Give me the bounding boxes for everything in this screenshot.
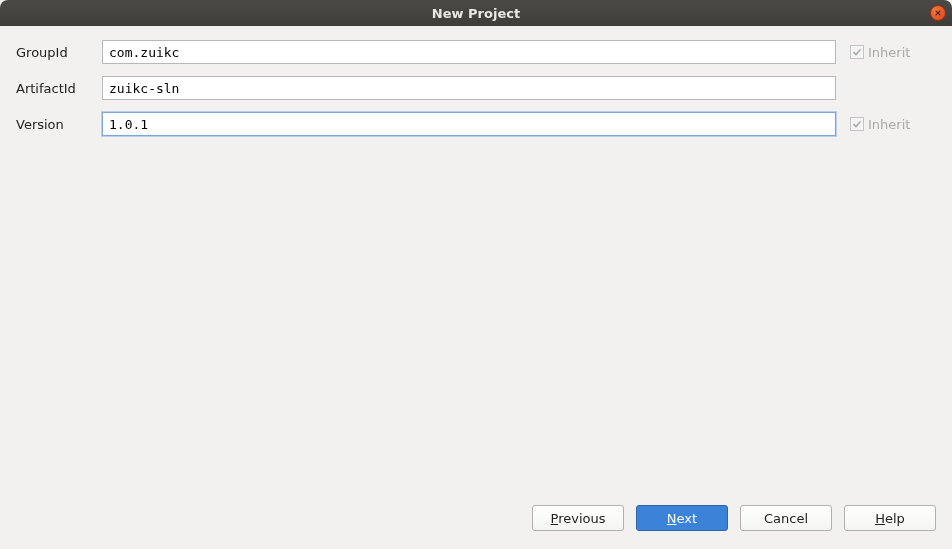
- checkmark-icon: [852, 119, 862, 129]
- titlebar: New Project: [0, 0, 952, 26]
- row-groupid: GroupId Inherit: [16, 40, 936, 64]
- window-title: New Project: [432, 6, 520, 21]
- inherit-version-label: Inherit: [868, 117, 910, 132]
- help-button[interactable]: Help: [844, 505, 936, 531]
- inherit-version: Inherit: [850, 117, 936, 132]
- input-artifactid[interactable]: [102, 76, 836, 100]
- close-button[interactable]: [930, 5, 946, 21]
- inherit-version-checkbox[interactable]: [850, 117, 864, 131]
- button-bar: Previous Next Cancel Help: [16, 499, 936, 539]
- inherit-groupid-checkbox[interactable]: [850, 45, 864, 59]
- cancel-button[interactable]: Cancel: [740, 505, 832, 531]
- label-version: Version: [16, 117, 102, 132]
- form-area: GroupId Inherit ArtifactId Version Inher…: [16, 40, 936, 499]
- label-artifactid: ArtifactId: [16, 81, 102, 96]
- row-artifactid: ArtifactId: [16, 76, 936, 100]
- next-button[interactable]: Next: [636, 505, 728, 531]
- previous-button[interactable]: Previous: [532, 505, 624, 531]
- input-version[interactable]: [102, 112, 836, 136]
- dialog-content: GroupId Inherit ArtifactId Version Inher…: [0, 26, 952, 549]
- inherit-groupid-label: Inherit: [868, 45, 910, 60]
- close-icon: [934, 9, 942, 17]
- inherit-groupid: Inherit: [850, 45, 936, 60]
- input-groupid[interactable]: [102, 40, 836, 64]
- checkmark-icon: [852, 47, 862, 57]
- label-groupid: GroupId: [16, 45, 102, 60]
- row-version: Version Inherit: [16, 112, 936, 136]
